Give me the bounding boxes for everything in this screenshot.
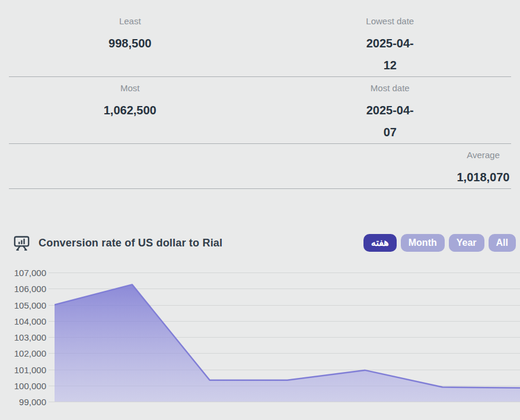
stat-value: 2025-04-07: [362, 100, 419, 143]
stat-label: Lowest date: [260, 17, 520, 26]
tab-week[interactable]: هفته: [363, 234, 397, 252]
area-fill: [55, 284, 520, 402]
tab-month[interactable]: Month: [401, 234, 445, 252]
stat-value: 1,018,070: [446, 166, 520, 188]
y-tick-label: 102,000: [0, 348, 46, 358]
y-tick-label: 99,000: [0, 397, 46, 407]
presentation-chart-icon: [12, 233, 31, 253]
period-tabs: هفته Month Year All: [363, 234, 516, 252]
stat-label: Least: [0, 17, 260, 26]
y-tick-label: 101,000: [0, 364, 46, 374]
stat-label: Most date: [260, 84, 520, 93]
y-tick-label: 106,000: [0, 284, 46, 294]
stat-least: Least 998,500: [0, 17, 260, 76]
y-tick-label: 100,000: [0, 380, 46, 390]
tab-year[interactable]: Year: [449, 234, 484, 252]
divider: [9, 188, 511, 189]
stats-table: Least 998,500 Lowest date 2025-04-12 Mos…: [0, 0, 520, 189]
stats-row-least: Least 998,500 Lowest date 2025-04-12: [0, 0, 520, 76]
stat-most: Most 1,062,500: [0, 84, 260, 143]
stat-value: 2025-04-12: [362, 33, 419, 76]
stat-average: Average 1,018,070: [446, 150, 520, 188]
y-tick-label: 103,000: [0, 332, 46, 342]
area-chart-canvas[interactable]: [55, 272, 520, 404]
stats-row-most: Most 1,062,500 Most date 2025-04-07: [0, 77, 520, 143]
stat-value: 1,062,500: [0, 100, 260, 121]
stat-lowest-date: Lowest date 2025-04-12: [260, 17, 520, 76]
tab-all[interactable]: All: [489, 234, 516, 252]
y-tick-label: 105,000: [0, 300, 46, 310]
stat-value: 998,500: [0, 33, 260, 54]
y-tick-label: 107,000: [0, 268, 46, 278]
stats-row-average: Average 1,018,070: [0, 144, 520, 188]
y-tick-label: 104,000: [0, 316, 46, 326]
stat-most-date: Most date 2025-04-07: [260, 84, 520, 143]
chart-header: Conversion rate of US dollar to Rial هفت…: [0, 232, 520, 254]
usd-rial-area-chart: 107,000106,000105,000104,000103,000102,0…: [0, 264, 520, 420]
stat-label: Most: [0, 84, 260, 93]
chart-title: Conversion rate of US dollar to Rial: [39, 237, 222, 249]
stat-label: Average: [446, 150, 520, 160]
